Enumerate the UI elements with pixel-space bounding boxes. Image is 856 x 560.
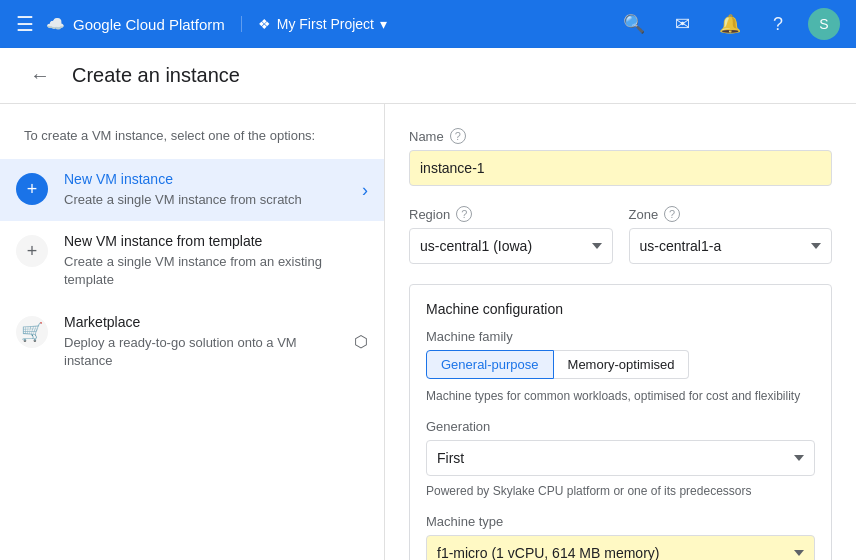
region-label: Region ?: [409, 206, 613, 222]
email-button[interactable]: ✉: [664, 6, 700, 42]
marketplace-icon: 🛒: [16, 316, 48, 348]
generation-select-wrap: FirstSecondThird: [426, 440, 815, 476]
help-button[interactable]: ?: [760, 6, 796, 42]
machine-config-title: Machine configuration: [426, 301, 815, 317]
new-vm-title: New VM instance: [64, 171, 346, 187]
generation-select[interactable]: FirstSecondThird: [426, 440, 815, 476]
region-select[interactable]: us-central1 (Iowa)us-east1 (South Caroli…: [409, 228, 613, 264]
notifications-button[interactable]: 🔔: [712, 6, 748, 42]
zone-select[interactable]: us-central1-aus-central1-bus-central1-c: [629, 228, 833, 264]
sub-header: ← Create an instance: [0, 48, 856, 104]
nav-logo-text: Google Cloud Platform: [73, 16, 225, 33]
marketplace-title: Marketplace: [64, 314, 338, 330]
dropdown-icon: ▾: [380, 16, 387, 32]
name-input[interactable]: [409, 150, 832, 186]
tab-general-purpose[interactable]: General-purpose: [426, 350, 554, 379]
machine-family-label: Machine family: [426, 329, 815, 344]
new-vm-desc: Create a single VM instance from scratch: [64, 191, 346, 209]
new-vm-content: New VM instance Create a single VM insta…: [64, 171, 346, 209]
name-label: Name ?: [409, 128, 832, 144]
vm-template-desc: Create a single VM instance from an exis…: [64, 253, 368, 289]
project-icon: ❖: [258, 16, 271, 32]
top-nav: ☰ ☁️ Google Cloud Platform ❖ My First Pr…: [0, 0, 856, 48]
cloud-icon: ☁️: [46, 15, 65, 33]
main-layout: To create a VM instance, select one of t…: [0, 104, 856, 560]
sidebar-hint: To create a VM instance, select one of t…: [0, 120, 384, 159]
name-help-icon[interactable]: ?: [450, 128, 466, 144]
machine-family-desc: Machine types for common workloads, opti…: [426, 389, 815, 403]
vm-template-title: New VM instance from template: [64, 233, 368, 249]
sidebar-item-new-vm[interactable]: + New VM instance Create a single VM ins…: [0, 159, 384, 221]
marketplace-desc: Deploy a ready-to-go solution onto a VM …: [64, 334, 338, 370]
new-vm-icon: +: [16, 173, 48, 205]
machine-config-box: Machine configuration Machine family Gen…: [409, 284, 832, 560]
vm-template-content: New VM instance from template Create a s…: [64, 233, 368, 289]
search-button[interactable]: 🔍: [616, 6, 652, 42]
new-vm-arrow: ›: [362, 180, 368, 201]
vm-template-icon: +: [16, 235, 48, 267]
external-link-icon: ⬡: [354, 332, 368, 351]
page-title: Create an instance: [72, 64, 240, 87]
machine-type-select[interactable]: f1-micro (1 vCPU, 614 MB memory)n1-stand…: [426, 535, 815, 560]
generation-note: Powered by Skylake CPU platform or one o…: [426, 484, 815, 498]
region-col: Region ? us-central1 (Iowa)us-east1 (Sou…: [409, 206, 613, 264]
back-icon: ←: [30, 64, 50, 87]
nav-logo: ☁️ Google Cloud Platform: [46, 15, 225, 33]
generation-label: Generation: [426, 419, 815, 434]
name-section: Name ?: [409, 128, 832, 186]
tab-memory-optimised[interactable]: Memory-optimised: [554, 350, 690, 379]
back-button[interactable]: ←: [24, 60, 56, 92]
nav-project[interactable]: ❖ My First Project ▾: [241, 16, 387, 32]
sidebar-item-vm-template[interactable]: + New VM instance from template Create a…: [0, 221, 384, 301]
avatar[interactable]: S: [808, 8, 840, 40]
region-zone-row: Region ? us-central1 (Iowa)us-east1 (Sou…: [409, 206, 832, 264]
marketplace-content: Marketplace Deploy a ready-to-go solutio…: [64, 314, 338, 370]
region-help-icon[interactable]: ?: [456, 206, 472, 222]
nav-project-name: My First Project: [277, 16, 374, 32]
sidebar: To create a VM instance, select one of t…: [0, 104, 385, 560]
machine-family-tabs: General-purpose Memory-optimised: [426, 350, 815, 379]
hamburger-menu[interactable]: ☰: [16, 12, 34, 36]
zone-help-icon[interactable]: ?: [664, 206, 680, 222]
zone-label: Zone ?: [629, 206, 833, 222]
machine-type-label: Machine type: [426, 514, 815, 529]
sidebar-item-marketplace[interactable]: 🛒 Marketplace Deploy a ready-to-go solut…: [0, 302, 384, 382]
zone-col: Zone ? us-central1-aus-central1-bus-cent…: [629, 206, 833, 264]
content-area: Name ? Region ? us-central1 (Iowa)us-eas…: [385, 104, 856, 560]
